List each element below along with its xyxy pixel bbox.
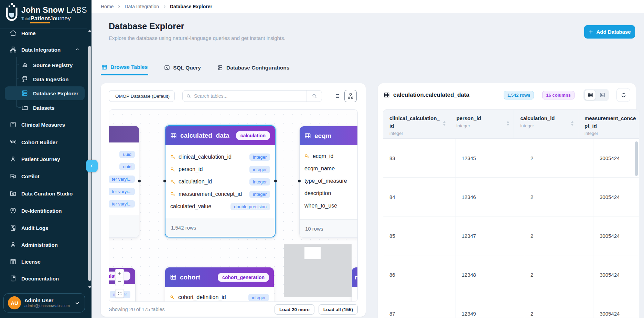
- table-node-ecqm[interactable]: ecqm ecqm_id ecqm_name type_of_measure d…: [299, 126, 358, 238]
- column-header[interactable]: calculation_id integer: [514, 110, 578, 138]
- sidebar-item-documentation[interactable]: Documentation: [5, 272, 85, 285]
- table-grid-icon: [304, 132, 311, 139]
- sidebar-item-label: Clinical Measures: [21, 122, 65, 128]
- sidebar-item-audit-logs[interactable]: Audit Logs: [5, 221, 85, 235]
- sidebar-item-label: Source Registry: [33, 62, 73, 68]
- sidebar-item-database-explorer[interactable]: Database Explorer: [5, 86, 85, 100]
- sort-icon[interactable]: [443, 121, 446, 126]
- audit-logs-icon: [10, 224, 17, 231]
- johnsnowlabs-logo-icon: [4, 3, 19, 23]
- sidebar-item-license[interactable]: License: [5, 255, 85, 268]
- table-node-partial[interactable]: ni: [352, 267, 358, 302]
- sidebar-item-datasets[interactable]: Datasets: [5, 101, 85, 115]
- column-count-badge: 16 columns: [542, 91, 575, 99]
- table-node-audit[interactable]: audit uuid uuid ter varyi... ter varyi..…: [109, 126, 139, 238]
- sitemap-icon: [10, 46, 17, 53]
- breadcrumb-data-integration[interactable]: Data Integration: [125, 4, 159, 9]
- chevron-up-icon: [75, 47, 80, 52]
- refresh-button[interactable]: [616, 88, 630, 102]
- page-subtitle: Explore the database using natural-langu…: [109, 35, 286, 41]
- table-row[interactable]: 87 12349 2 3005424: [383, 294, 639, 318]
- sidebar-item-label: Data Ingestion: [33, 76, 68, 82]
- grid-view-button[interactable]: [584, 90, 596, 100]
- sidebar-item-source-registry[interactable]: Source Registry: [5, 58, 85, 72]
- table-row[interactable]: 83 12345 2 3005424: [383, 139, 639, 178]
- sitemap-icon: [347, 93, 354, 99]
- load-more-button[interactable]: Load 20 more: [275, 304, 314, 315]
- data-grid: clinical_calculation_id integer person_i…: [383, 109, 639, 318]
- load-all-button[interactable]: Load all (155): [319, 304, 358, 315]
- column-header[interactable]: person_id integer: [450, 110, 514, 138]
- column-header[interactable]: clinical_calculation_id integer: [383, 110, 450, 138]
- er-diagram-canvas[interactable]: audit uuid uuid ter varyi... ter varyi..…: [109, 109, 358, 302]
- list-view-button[interactable]: [331, 90, 343, 102]
- search-icon: [186, 94, 191, 99]
- grid-header-row: clinical_calculation_id integer person_i…: [383, 110, 639, 139]
- scroll-down-arrow[interactable]: [88, 286, 92, 288]
- primary-key-icon: [170, 167, 175, 172]
- data-ingestion-icon: [21, 76, 28, 83]
- scroll-up-arrow[interactable]: [88, 30, 92, 32]
- table-node-calculated-data[interactable]: calculated_data calculation clinical_cal…: [165, 125, 276, 237]
- table-node-cohort[interactable]: cohort cohort_generation cohort_definiti…: [165, 267, 274, 302]
- table-row[interactable]: 86 12348 2 3005424: [383, 255, 639, 294]
- sort-icon[interactable]: [506, 121, 509, 126]
- documentation-icon: [10, 275, 17, 282]
- sidebar-collapse-button[interactable]: [86, 160, 98, 172]
- breadcrumb-home[interactable]: Home: [101, 4, 114, 9]
- field-row: ecqm_name: [300, 162, 358, 175]
- sidebar-item-copilot[interactable]: CoPilot: [5, 169, 85, 183]
- sidebar-item-home[interactable]: Home: [5, 26, 85, 40]
- fit-view-button[interactable]: [115, 289, 124, 298]
- search-submit-button[interactable]: [307, 91, 322, 102]
- sidebar-item-cohort-builder[interactable]: Cohort Builder: [5, 135, 85, 149]
- sort-icon[interactable]: [571, 121, 574, 126]
- sidebar-scrollbar[interactable]: [87, 29, 92, 289]
- zoom-in-button[interactable]: [115, 269, 124, 277]
- tab-browse-tables[interactable]: Browse Tables: [101, 61, 148, 75]
- sidebar-item-data-integration[interactable]: Data Integration: [5, 43, 85, 56]
- sql-view-button[interactable]: [597, 90, 608, 100]
- tables-count-status: Showing 20 of 175 tables: [109, 307, 165, 312]
- sidebar-item-administration[interactable]: Administration: [5, 238, 85, 252]
- sidebar-item-patient-journey[interactable]: Patient Journey: [5, 152, 85, 166]
- sidebar-item-label: CoPilot: [21, 173, 40, 179]
- primary-key-icon: [170, 295, 175, 300]
- plus-icon: [118, 271, 122, 275]
- tab-database-configurations[interactable]: Database Configurations: [217, 61, 290, 75]
- user-menu[interactable]: AU Admin User admin@johnsnowlabs.com: [3, 293, 85, 312]
- sidebar-item-de-identification[interactable]: De-Identification: [5, 204, 85, 218]
- sidebar-item-label: License: [21, 259, 41, 265]
- connection-handle: [274, 180, 277, 182]
- primary-key-icon: [304, 154, 310, 159]
- tab-sql-query[interactable]: SQL Query: [163, 61, 202, 75]
- table-row[interactable]: 84 12346 2 3005424: [383, 178, 639, 216]
- sidebar-item-data-curation-studio[interactable]: Data Curation Studio: [5, 187, 85, 200]
- grid-scrollbar-thumb[interactable]: [635, 141, 638, 176]
- field-row: clinical_calculation_id integer: [165, 151, 275, 163]
- canvas-zoom-controls: [115, 269, 124, 298]
- field-row: person_id integer: [165, 163, 275, 176]
- sidebar-item-label: Documentation: [21, 276, 59, 282]
- administration-icon: [10, 241, 17, 248]
- search-icon: [312, 93, 317, 99]
- copilot-icon: [10, 173, 17, 180]
- table-grid-icon: [170, 274, 176, 280]
- database-selector-dropdown[interactable]: OMOP Database (Default): [109, 90, 175, 102]
- search-input[interactable]: [194, 93, 307, 99]
- brand-name: John Snow: [21, 6, 64, 14]
- sidebar-item-clinical-measures[interactable]: Clinical Measures: [5, 118, 85, 131]
- row-count-badge: 1,542 rows: [504, 91, 534, 99]
- schema-badge: cohort_generation: [218, 273, 269, 282]
- sidebar-item-label: Cohort Builder: [21, 139, 57, 145]
- column-header[interactable]: measurement_concept_id integer: [578, 110, 639, 138]
- add-database-button[interactable]: Add Database: [584, 25, 635, 39]
- sidebar-item-data-ingestion[interactable]: Data Ingestion: [5, 72, 85, 86]
- table-row[interactable]: 85 12347 2 3005424: [383, 216, 639, 255]
- diagram-view-button[interactable]: [344, 90, 357, 102]
- table-search: [182, 90, 322, 102]
- terminal-icon: [164, 65, 170, 71]
- table-grid-icon: [384, 92, 390, 98]
- field-row: ecqm_id: [300, 150, 358, 162]
- zoom-out-button[interactable]: [115, 277, 124, 286]
